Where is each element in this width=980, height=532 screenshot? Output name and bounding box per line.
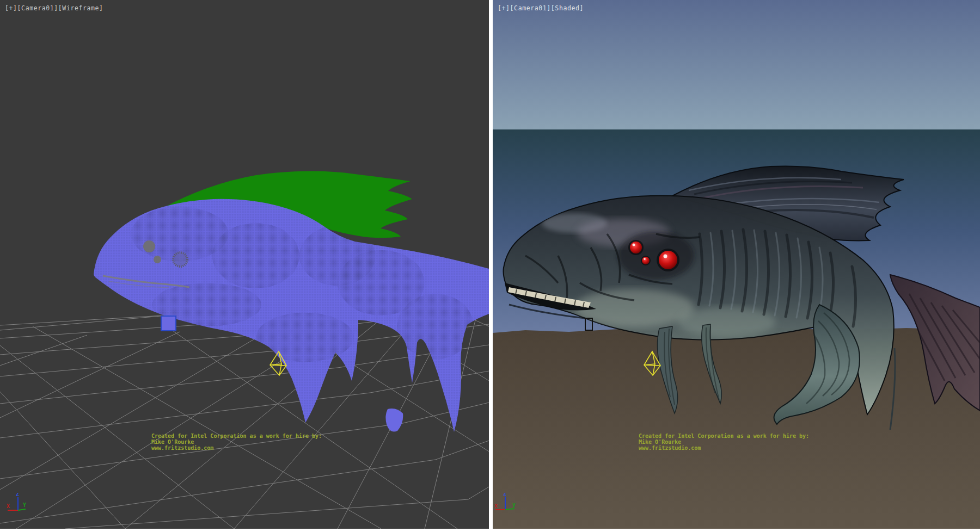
viewport-menu-camera[interactable]: [Camera01] bbox=[510, 4, 551, 12]
eye-highlight bbox=[633, 244, 635, 246]
axis-y-label: y bbox=[512, 502, 516, 508]
viewport-menu-camera[interactable]: [Camera01] bbox=[17, 4, 58, 12]
fish-eye-dotted bbox=[173, 252, 187, 267]
viewport-label: [+][Camera01][Wireframe] bbox=[5, 4, 103, 12]
attribution-line-2: Mike O'Rourke bbox=[151, 439, 322, 445]
world-axis-gizmo: x z y bbox=[493, 493, 531, 525]
viewport-wireframe[interactable]: [+][Camera01][Wireframe] Created for Int… bbox=[0, 0, 489, 529]
viewport-menu-expand[interactable]: [+] bbox=[498, 4, 510, 12]
attribution-line-1: Created for Intel Corporation as a work … bbox=[151, 433, 322, 439]
axis-x-label: x bbox=[494, 503, 498, 509]
viewport-shaded[interactable]: [+][Camera01][Shaded] Created for Intel … bbox=[493, 0, 980, 529]
viewport-label: [+][Camera01][Shaded] bbox=[498, 4, 584, 12]
attribution-line-1: Created for Intel Corporation as a work … bbox=[639, 433, 809, 439]
helper-box-object[interactable] bbox=[161, 316, 176, 331]
attribution-text: Created for Intel Corporation as a work … bbox=[639, 433, 809, 451]
max-viewport-window: [+][Camera01][Wireframe] Created for Int… bbox=[0, 0, 980, 532]
axis-z-label: z bbox=[503, 493, 506, 497]
viewport-menu-shading-mode[interactable]: [Shaded] bbox=[551, 4, 584, 12]
axis-y-label: Y bbox=[23, 502, 26, 508]
fish-eye-large bbox=[659, 251, 677, 269]
eye-highlight bbox=[644, 258, 646, 260]
viewport-splitter[interactable] bbox=[489, 0, 493, 529]
attribution-line-2: Mike O'Rourke bbox=[639, 439, 809, 445]
attribution-line-3: www.fritzstudio.com bbox=[151, 445, 322, 451]
window-frame-bottom bbox=[0, 529, 980, 532]
fish-eye-small bbox=[630, 242, 642, 253]
axis-z-label: Z bbox=[16, 493, 19, 497]
fish-eye-spot-small bbox=[154, 256, 161, 263]
viewport-menu-expand[interactable]: [+] bbox=[5, 4, 17, 12]
attribution-text: Created for Intel Corporation as a work … bbox=[151, 433, 322, 451]
viewport-menu-shading-mode[interactable]: [Wireframe] bbox=[58, 4, 103, 12]
world-axis-gizmo: X Z Y bbox=[0, 493, 38, 525]
fish-eye-spot-large bbox=[143, 240, 155, 252]
flank-sheen bbox=[678, 307, 776, 337]
eye-highlight bbox=[664, 255, 667, 258]
axis-x-label: X bbox=[7, 503, 10, 509]
ground-plane bbox=[493, 328, 980, 529]
attribution-line-3: www.fritzstudio.com bbox=[639, 445, 809, 451]
fish-eye-tiny bbox=[642, 257, 650, 264]
sky-upper-band bbox=[493, 0, 980, 129]
